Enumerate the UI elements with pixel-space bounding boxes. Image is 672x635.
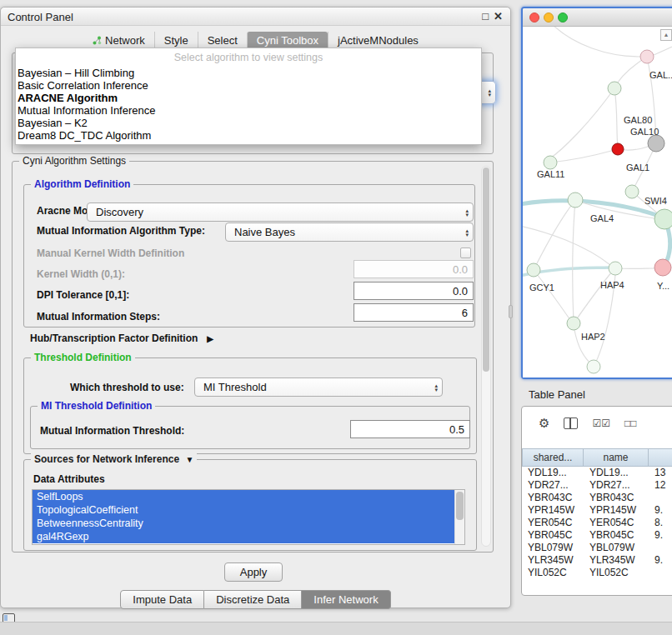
zoom-button[interactable] bbox=[558, 12, 568, 22]
deselect-all-icon[interactable]: □□ bbox=[624, 418, 637, 429]
table-row[interactable]: YIL052CYIL052C bbox=[522, 567, 672, 579]
algorithm-option[interactable]: Bayesian – Hill Climbing bbox=[16, 67, 481, 79]
select-all-icon[interactable]: ☑☑ bbox=[592, 418, 610, 429]
table-column-header[interactable] bbox=[649, 448, 672, 467]
table-row[interactable]: YBR043CYBR043C bbox=[522, 492, 672, 504]
columns-icon[interactable] bbox=[564, 418, 578, 429]
scrollbar-thumb[interactable] bbox=[456, 492, 464, 520]
columns-icon-divider bbox=[569, 418, 571, 428]
algorithm-option[interactable]: Bayesian – K2 bbox=[16, 117, 481, 129]
sources-group-title[interactable]: Sources for Network Inference ▼ bbox=[31, 453, 197, 465]
network-node[interactable] bbox=[567, 317, 580, 330]
network-node[interactable] bbox=[527, 263, 540, 277]
network-node[interactable] bbox=[587, 360, 600, 373]
network-node[interactable] bbox=[654, 209, 672, 229]
network-node[interactable] bbox=[609, 262, 622, 275]
kernel-width-input[interactable] bbox=[354, 260, 474, 278]
network-titlebar[interactable] bbox=[523, 8, 672, 27]
algorithm-option[interactable]: Basic Correlation Inference bbox=[16, 79, 481, 92]
algorithm-option[interactable]: ARACNE Algorithm bbox=[16, 92, 481, 104]
bottom-tab-discretize-data[interactable]: Discretize Data bbox=[204, 590, 302, 609]
spinner-icon: ▴▾ bbox=[465, 208, 469, 217]
table-row[interactable]: YBL079WYBL079W bbox=[522, 542, 672, 554]
float-window-icon[interactable]: □ bbox=[482, 10, 489, 22]
network-node[interactable] bbox=[612, 143, 624, 155]
scroll-up-icon: ▲ bbox=[664, 32, 669, 38]
apply-button[interactable]: Apply bbox=[224, 562, 283, 582]
hub-section-toggle[interactable]: Hub/Transcription Factor Definition ▶ bbox=[30, 332, 213, 344]
which-threshold-select[interactable]: MI Threshold ▴▾ bbox=[194, 378, 443, 397]
table-cell: 9. bbox=[649, 529, 672, 542]
network-node[interactable] bbox=[640, 50, 654, 63]
tab-bar: NetworkStyleSelectCyni ToolboxjActiveMNo… bbox=[1, 32, 510, 49]
settings-group-title: Cyni Algorithm Settings bbox=[19, 155, 129, 167]
table-row[interactable]: YER054CYER054C8. bbox=[522, 517, 672, 529]
data-attribute-item[interactable]: BetweennessCentrality bbox=[33, 517, 454, 530]
network-node[interactable] bbox=[648, 135, 664, 152]
spinner-down-icon: ▾ bbox=[465, 212, 469, 217]
control-panel-titlebar[interactable]: Control Panel □ ✕ bbox=[1, 8, 510, 26]
network-node[interactable] bbox=[654, 259, 671, 276]
manual-kernel-checkbox[interactable] bbox=[460, 248, 471, 258]
network-node-label: SWI4 bbox=[644, 196, 667, 206]
tab-label: Select bbox=[208, 34, 238, 47]
network-canvas[interactable]: GAL...GAL80GAL10GAL11GAL1SWI4GAL4GCY1HAP… bbox=[523, 27, 672, 378]
table-row[interactable]: YDL19...YDL19...13 bbox=[522, 467, 672, 479]
table-cell bbox=[649, 567, 672, 579]
scroll-up-button[interactable]: ▲ bbox=[660, 29, 672, 41]
table-column-header[interactable]: shared... bbox=[522, 448, 584, 467]
close-window-icon[interactable]: ✕ bbox=[494, 10, 503, 22]
mi-type-select[interactable]: Naive Bayes ▴▾ bbox=[225, 222, 474, 242]
algorithm-option[interactable]: Dream8 DC_TDC Algorithm bbox=[16, 129, 481, 142]
aracne-mode-select[interactable]: Discovery ▴▾ bbox=[87, 202, 474, 222]
table-cell: YER054C bbox=[584, 517, 649, 529]
mi-threshold-input[interactable] bbox=[350, 420, 470, 438]
table-row[interactable]: YPR145WYPR145W9. bbox=[522, 504, 672, 517]
network-node[interactable] bbox=[625, 185, 639, 198]
algorithm-option[interactable]: Mutual Information Inference bbox=[16, 104, 481, 117]
gear-icon[interactable]: ⚙ bbox=[539, 416, 549, 431]
table-row[interactable]: YDR27...YDR27...12 bbox=[522, 479, 672, 492]
data-attribute-item[interactable]: TopologicalCoefficient bbox=[33, 503, 454, 517]
tab-network[interactable]: Network bbox=[83, 32, 154, 49]
tab-cyni-toolbox[interactable]: Cyni Toolbox bbox=[247, 32, 328, 49]
mi-steps-input[interactable] bbox=[354, 303, 474, 322]
spinner-icon: ▴▾ bbox=[488, 88, 491, 97]
dpi-tolerance-input[interactable] bbox=[354, 282, 474, 300]
table-column-header[interactable]: name bbox=[584, 448, 649, 467]
data-attributes-listbox[interactable]: SelfLoopsTopologicalCoefficientBetweenne… bbox=[32, 489, 465, 545]
data-attribute-item[interactable]: SelfLoops bbox=[33, 490, 454, 503]
table-cell: YBL079W bbox=[522, 542, 584, 554]
splitter-handle[interactable] bbox=[509, 305, 513, 318]
mi-type-label: Mutual Information Algorithm Type: bbox=[37, 225, 205, 237]
settings-scrollbar[interactable] bbox=[481, 166, 491, 547]
table-cell: YPR145W bbox=[584, 504, 649, 517]
aracne-mode-value: Discovery bbox=[96, 206, 143, 218]
tab-label: jActiveMNodules bbox=[338, 34, 419, 47]
network-node-label: HAP2 bbox=[581, 332, 605, 342]
network-node[interactable] bbox=[608, 82, 621, 95]
tab-select[interactable]: Select bbox=[198, 32, 247, 49]
table-cell: YDR27... bbox=[584, 479, 649, 492]
scrollbar-thumb[interactable] bbox=[483, 168, 489, 372]
network-node[interactable] bbox=[544, 156, 557, 169]
tab-jactivemnodules[interactable]: jActiveMNodules bbox=[328, 32, 428, 49]
bottom-tab-impute-data[interactable]: Impute Data bbox=[120, 590, 204, 609]
table-row[interactable]: YLR345WYLR345W9. bbox=[522, 554, 672, 567]
which-threshold-label: Which threshold to use: bbox=[70, 382, 184, 393]
kernel-width-label: Kernel Width (0,1): bbox=[37, 268, 125, 280]
network-node-label: GAL80 bbox=[624, 115, 652, 125]
tab-style[interactable]: Style bbox=[154, 32, 198, 49]
minimize-button[interactable] bbox=[544, 12, 554, 22]
attributes-scrollbar[interactable] bbox=[454, 490, 464, 544]
algorithm-option-list: Bayesian – Hill ClimbingBasic Correlatio… bbox=[16, 67, 481, 142]
tab-label: Network bbox=[105, 34, 145, 47]
table-row[interactable]: YBR045CYBR045C9. bbox=[522, 529, 672, 542]
table-cell: YIL052C bbox=[522, 567, 584, 579]
close-button[interactable] bbox=[529, 12, 539, 22]
data-attribute-item[interactable]: gal4RGexp bbox=[33, 530, 454, 543]
network-node-label: GAL... bbox=[649, 70, 672, 80]
network-node[interactable] bbox=[568, 192, 583, 208]
which-threshold-value: MI Threshold bbox=[203, 381, 267, 393]
bottom-tab-infer-network[interactable]: Infer Network bbox=[302, 590, 390, 609]
